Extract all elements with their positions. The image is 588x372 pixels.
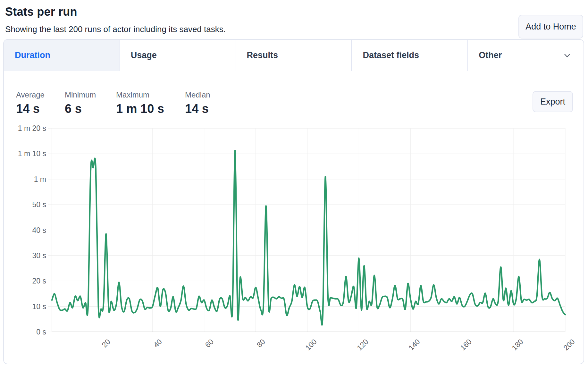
tab-usage-label: Usage (131, 50, 157, 60)
x-tick-label: 40 (152, 337, 164, 349)
stat-minimum: Minimum 6 s (65, 90, 96, 116)
duration-series-line (52, 150, 565, 325)
stat-maximum-value: 1 m 10 s (116, 102, 164, 116)
export-button[interactable]: Export (533, 91, 573, 112)
tab-duration[interactable]: Duration (4, 40, 120, 71)
tab-duration-label: Duration (15, 50, 50, 60)
tab-usage[interactable]: Usage (120, 40, 236, 71)
page-subtitle: Showing the last 200 runs of actor inclu… (5, 24, 226, 34)
stat-median: Median 14 s (185, 90, 210, 116)
x-tick-label: 140 (407, 337, 422, 352)
y-tick-label: 30 s (10, 251, 46, 260)
y-tick-label: 1 m 10 s (10, 149, 46, 158)
stat-median-label: Median (185, 90, 210, 99)
y-tick-label: 1 m (10, 174, 46, 184)
x-tick-label: 180 (510, 337, 525, 352)
tab-bar: Duration Usage Results Dataset fields Ot… (4, 40, 584, 71)
stat-average: Average 14 s (16, 90, 45, 116)
x-tick-label: 80 (255, 337, 267, 349)
y-tick-label: 10 s (10, 302, 46, 311)
tab-dataset-fields[interactable]: Dataset fields (352, 40, 468, 71)
stats-card: Duration Usage Results Dataset fields Ot… (3, 39, 584, 364)
y-tick-label: 1 m 20 s (10, 123, 46, 133)
x-tick-label: 20 (100, 337, 112, 349)
y-tick-label: 0 s (10, 327, 46, 337)
x-tick-label: 200 (562, 337, 576, 352)
x-tick-label: 60 (204, 337, 215, 349)
page-title: Stats per run (5, 5, 77, 19)
stat-maximum: Maximum 1 m 10 s (116, 90, 164, 116)
stat-average-value: 14 s (16, 102, 45, 116)
stat-minimum-label: Minimum (65, 90, 96, 99)
y-tick-label: 20 s (10, 276, 46, 286)
stat-maximum-label: Maximum (116, 90, 164, 99)
stat-average-label: Average (16, 90, 45, 99)
tab-results[interactable]: Results (236, 40, 352, 71)
x-tick-label: 100 (304, 337, 318, 352)
y-tick-label: 50 s (10, 200, 46, 209)
x-tick-label: 160 (458, 337, 473, 352)
chevron-down-icon (562, 51, 572, 60)
add-to-home-button[interactable]: Add to Home (518, 15, 583, 38)
y-tick-label: 40 s (10, 225, 46, 235)
chart-panel: Average 14 s Minimum 6 s Maximum 1 m 10 … (4, 71, 584, 364)
stat-minimum-value: 6 s (65, 102, 96, 116)
tab-results-label: Results (247, 50, 278, 60)
tab-dataset-fields-label: Dataset fields (363, 50, 419, 60)
x-tick-label: 120 (355, 337, 370, 352)
tab-other[interactable]: Other (468, 40, 584, 71)
stat-median-value: 14 s (185, 102, 210, 116)
tab-other-label: Other (479, 50, 502, 60)
